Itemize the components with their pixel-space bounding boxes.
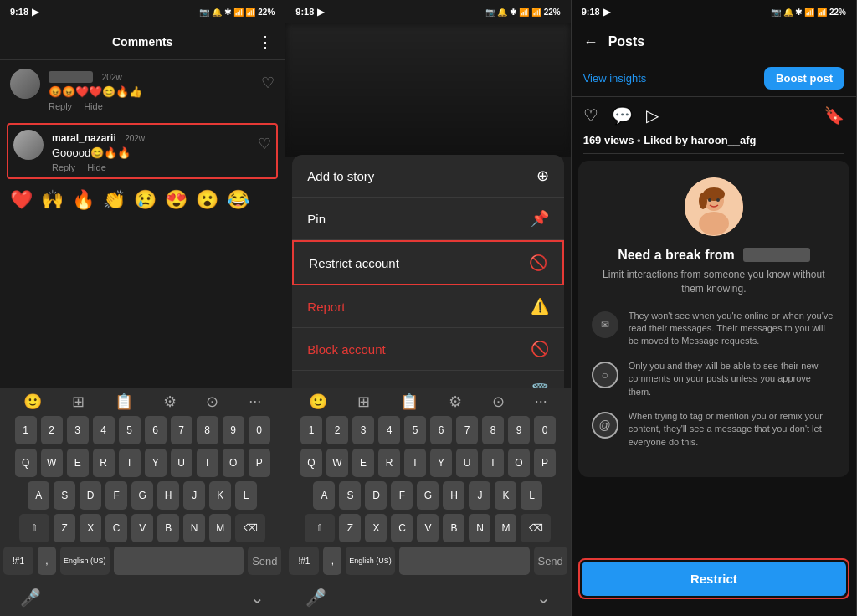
like-post-icon[interactable]: ♡	[583, 105, 598, 126]
key-t[interactable]: T	[119, 449, 141, 477]
key-e-p2[interactable]: E	[352, 449, 374, 477]
key-m-p2[interactable]: M	[495, 514, 516, 542]
key-n[interactable]: N	[183, 514, 205, 542]
gif-icon-2[interactable]: ⊞	[357, 393, 370, 411]
chevron-down-icon[interactable]: ⌄	[250, 588, 264, 608]
key-w-p2[interactable]: W	[326, 449, 348, 477]
symbols-key-p2[interactable]: !#1	[289, 547, 319, 575]
space-key[interactable]	[114, 547, 244, 575]
key-l-p2[interactable]: L	[521, 481, 542, 510]
key-v-p2[interactable]: V	[417, 514, 439, 542]
key-3-p2[interactable]: 3	[352, 416, 374, 444]
shift-key-p2[interactable]: ⇧	[305, 514, 335, 542]
key-q[interactable]: Q	[15, 449, 37, 477]
key-f[interactable]: F	[105, 481, 127, 510]
key-i-p2[interactable]: I	[482, 449, 504, 477]
key-z-p2[interactable]: Z	[339, 514, 361, 542]
lang-key-p2[interactable]: English (US)	[346, 547, 395, 575]
clipboard-icon-2[interactable]: 📋	[400, 393, 418, 411]
emoji-laugh[interactable]: 😂	[227, 189, 249, 211]
key-4[interactable]: 4	[93, 416, 115, 444]
key-8-p2[interactable]: 8	[482, 416, 504, 444]
key-l[interactable]: L	[235, 481, 257, 510]
key-a-p2[interactable]: A	[313, 481, 335, 510]
key-4-p2[interactable]: 4	[378, 416, 400, 444]
key-s[interactable]: S	[54, 481, 75, 510]
gif-icon[interactable]: ⊞	[72, 393, 85, 411]
like-icon-2[interactable]: ♡	[258, 135, 271, 153]
key-j-p2[interactable]: J	[469, 481, 490, 510]
key-r-p2[interactable]: R	[378, 449, 400, 477]
key-w[interactable]: W	[41, 449, 63, 477]
backspace-key[interactable]: ⌫	[235, 514, 265, 542]
microphone-icon[interactable]: 🎤	[20, 588, 41, 608]
lang-key[interactable]: English (US)	[60, 547, 110, 575]
symbols-key[interactable]: !#1	[3, 547, 33, 575]
key-7-p2[interactable]: 7	[456, 416, 478, 444]
key-k[interactable]: K	[209, 481, 231, 510]
reply-action-1[interactable]: Reply	[49, 101, 72, 111]
menu-item-add-to-story[interactable]: Add to story ⊕	[292, 155, 563, 198]
key-u-p2[interactable]: U	[456, 449, 478, 477]
like-icon-1[interactable]: ♡	[261, 74, 275, 92]
boost-post-button[interactable]: Boost post	[764, 67, 844, 90]
emoji-heart[interactable]: ❤️	[10, 189, 33, 211]
bookmark-icon[interactable]: 🔖	[824, 105, 844, 126]
back-icon[interactable]: ←	[583, 33, 598, 51]
key-2-p2[interactable]: 2	[326, 416, 348, 444]
key-y-p2[interactable]: Y	[430, 449, 452, 477]
more-keyboard-icon[interactable]: ⊙	[206, 393, 218, 411]
emoji-sad[interactable]: 😢	[134, 189, 157, 211]
key-i[interactable]: I	[197, 449, 218, 477]
key-g[interactable]: G	[131, 481, 153, 510]
key-8[interactable]: 8	[197, 416, 218, 444]
emoji-fire[interactable]: 🔥	[72, 189, 95, 211]
key-1[interactable]: 1	[15, 416, 37, 444]
key-0-p2[interactable]: 0	[534, 416, 556, 444]
extra-keyboard-icon-2[interactable]: ···	[535, 393, 547, 411]
key-j[interactable]: J	[183, 481, 205, 510]
key-y[interactable]: Y	[145, 449, 167, 477]
shift-key[interactable]: ⇧	[19, 514, 49, 542]
comment-post-icon[interactable]: 💬	[612, 105, 633, 126]
key-u[interactable]: U	[171, 449, 192, 477]
emoji-keyboard-icon[interactable]: 🙂	[23, 393, 42, 411]
chevron-down-icon-2[interactable]: ⌄	[536, 588, 551, 608]
key-o[interactable]: O	[223, 449, 244, 477]
key-x-p2[interactable]: X	[365, 514, 387, 542]
key-c-p2[interactable]: C	[391, 514, 413, 542]
key-5-p2[interactable]: 5	[404, 416, 426, 444]
settings-keyboard-icon-2[interactable]: ⚙	[449, 393, 462, 411]
key-1-p2[interactable]: 1	[300, 416, 322, 444]
emoji-clap[interactable]: 👏	[103, 189, 126, 211]
key-d[interactable]: D	[80, 481, 101, 510]
hide-action-2[interactable]: Hide	[87, 162, 106, 172]
key-h[interactable]: H	[157, 481, 179, 510]
key-6[interactable]: 6	[145, 416, 167, 444]
key-9-p2[interactable]: 9	[508, 416, 530, 444]
key-p[interactable]: P	[249, 449, 270, 477]
comma-key-p2[interactable]: ,	[323, 547, 341, 575]
key-6-p2[interactable]: 6	[430, 416, 452, 444]
key-7[interactable]: 7	[171, 416, 192, 444]
menu-item-report[interactable]: Report ⚠️	[292, 285, 563, 328]
key-b-p2[interactable]: B	[443, 514, 464, 542]
key-g-p2[interactable]: G	[417, 481, 439, 510]
key-d-p2[interactable]: D	[365, 481, 387, 510]
settings-keyboard-icon[interactable]: ⚙	[163, 393, 177, 411]
key-3[interactable]: 3	[67, 416, 89, 444]
space-key-p2[interactable]	[399, 547, 530, 575]
backspace-key-p2[interactable]: ⌫	[521, 514, 551, 542]
send-key[interactable]: Send	[248, 547, 281, 575]
key-t-p2[interactable]: T	[404, 449, 426, 477]
view-insights-button[interactable]: View insights	[583, 72, 647, 85]
key-v[interactable]: V	[131, 514, 153, 542]
more-keyboard-icon-2[interactable]: ⊙	[492, 393, 505, 411]
key-z[interactable]: Z	[54, 514, 75, 542]
key-m[interactable]: M	[209, 514, 231, 542]
key-r[interactable]: R	[93, 449, 115, 477]
share-post-icon[interactable]: ▷	[646, 105, 659, 126]
key-0[interactable]: 0	[249, 416, 270, 444]
key-e[interactable]: E	[67, 449, 89, 477]
reply-action-2[interactable]: Reply	[52, 162, 75, 172]
